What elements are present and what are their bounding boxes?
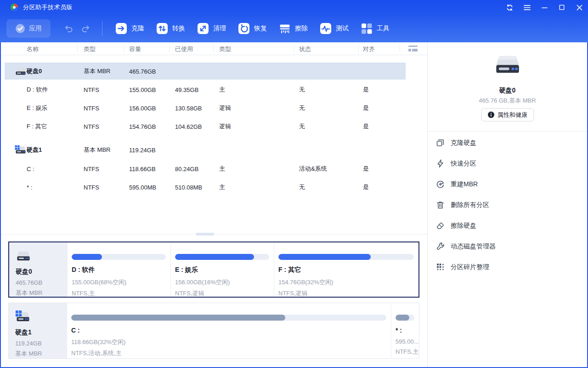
sidebar-item-wipe-disk[interactable]: 擦除硬盘: [428, 215, 587, 236]
disk-icon: [16, 250, 31, 262]
dynamic-disk-icon: [436, 242, 445, 251]
header-partition-type[interactable]: 类型: [219, 45, 231, 53]
delete-partitions-icon: [436, 201, 445, 209]
info-icon: [487, 111, 494, 118]
clone-icon: [115, 23, 127, 34]
table-row-c[interactable]: C : NTFS 118.66GB 80.24GB 主 活动&系统 是: [5, 161, 406, 177]
apply-button[interactable]: 应用: [6, 19, 51, 38]
sidebar-disk-desc: 465.76 GB,基本 MBR: [428, 97, 587, 105]
disk1-info-cell[interactable]: 硬盘1 119.24GB 基本 MBR: [9, 303, 67, 358]
clean-icon: [197, 23, 209, 34]
menu-icon[interactable]: [518, 0, 536, 15]
table-row-star[interactable]: * : NTFS 595.00MB 510.08MB 主 无 是: [5, 179, 406, 196]
sidebar-disk-name: 硬盘0: [428, 86, 587, 95]
erase-icon: [279, 23, 291, 34]
app-logo-icon: [10, 3, 18, 12]
usage-bar: [175, 254, 269, 260]
table-header: 名称 类型 容量 已使用 类型 状态 对齐: [1, 42, 427, 55]
usage-fill: [396, 315, 409, 321]
window-title: 分区助手技术员版: [23, 3, 73, 12]
toolbar-button-test[interactable]: 测试: [320, 23, 349, 34]
header-status[interactable]: 状态: [299, 45, 311, 53]
disk-size: 465.76GB: [16, 279, 67, 286]
sidebar-item-quick-partition[interactable]: 快速分区: [428, 153, 587, 174]
wipe-disk-icon: [436, 221, 445, 230]
sidebar-item-delete-all-partitions[interactable]: 删除所有分区: [428, 195, 587, 215]
header-fs-type[interactable]: 类型: [84, 45, 96, 53]
recover-icon: [238, 23, 250, 34]
convert-icon: [156, 23, 168, 34]
table-row-e[interactable]: E : 娱乐 NTFS 156.00GB 130.58GB 逻辑 无 是: [5, 100, 406, 116]
toolbar-button-recover[interactable]: 恢复: [238, 23, 267, 34]
usage-fill: [72, 254, 102, 260]
defrag-icon: [436, 263, 445, 271]
splitter-handle[interactable]: [196, 233, 214, 236]
usage-bar: [396, 315, 414, 321]
table-row-d[interactable]: D : 软件 NTFS 155.00GB 49.35GB 主 无 是: [5, 81, 406, 98]
partition-table: 名称 类型 容量 已使用 类型 状态 对齐 硬盘0 基本 MBR: [1, 42, 427, 367]
partition-block-star[interactable]: * : 595.00... NTFS,主: [391, 303, 419, 358]
usage-fill: [175, 254, 254, 260]
rebuild-mbr-icon: [436, 180, 445, 189]
disk-type: 基本 MBR: [15, 350, 67, 358]
partition-block-d[interactable]: D : 软件 155.00GB(68%空闲) NTFS,主: [67, 242, 170, 297]
partition-block-e[interactable]: E : 娱乐 156.00GB(16%空闲) NTFS,逻辑: [170, 242, 274, 297]
titlebar: 分区助手技术员版: [0, 0, 588, 15]
disk-dynamic-icon: [15, 145, 27, 155]
toolbar-button-erase[interactable]: 擦除: [279, 23, 308, 34]
sidebar-menu: 克隆硬盘 快速分区 重建MBR: [428, 132, 587, 277]
toolbar: 应用 克隆: [0, 15, 588, 42]
toolbar-button-convert[interactable]: 转换: [156, 23, 185, 34]
disk0-graph-row[interactable]: 硬盘0 465.76GB 基本 MBR D : 软件 155.00GB(68%空…: [8, 242, 419, 298]
check-icon: [15, 23, 25, 34]
disk1-graph-row[interactable]: 硬盘1 119.24GB 基本 MBR C : 118.66GB(32%空闲) …: [8, 303, 419, 359]
header-capacity[interactable]: 容量: [129, 45, 141, 53]
sidebar-item-clone-disk[interactable]: 克隆硬盘: [428, 132, 587, 153]
clone-disk-icon: [436, 138, 445, 147]
tools-icon: [361, 23, 373, 34]
close-icon[interactable]: [571, 0, 588, 15]
header: 分区助手技术员版: [0, 0, 588, 42]
toolbar-button-clone[interactable]: 克隆: [115, 23, 144, 34]
disk0-info-cell[interactable]: 硬盘0 465.76GB 基本 MBR: [9, 242, 67, 297]
test-icon: [320, 23, 332, 34]
usage-fill: [278, 254, 371, 260]
header-aligned[interactable]: 对齐: [363, 45, 375, 53]
app-window: 分区助手技术员版: [0, 0, 588, 368]
minimize-icon[interactable]: [536, 0, 553, 15]
redo-icon[interactable]: [81, 23, 91, 34]
partition-block-c[interactable]: C : 118.66GB(32%空闲) NTFS,活动,系统,主: [67, 303, 391, 358]
usage-fill: [71, 315, 285, 321]
usage-bar: [71, 315, 386, 321]
quick-partition-icon: [436, 159, 445, 168]
selected-disk-image: [493, 53, 522, 75]
partition-block-f[interactable]: F : 其它 154.76GB(32%空闲) NTFS,逻辑: [274, 242, 418, 297]
table-row-disk0[interactable]: 硬盘0 基本 MBR 465.76GB: [5, 63, 406, 80]
disk-name: 硬盘0: [16, 268, 67, 276]
usage-bar: [278, 254, 414, 260]
sidebar-item-rebuild-mbr[interactable]: 重建MBR: [428, 174, 587, 195]
apply-label: 应用: [29, 24, 42, 33]
usage-bar: [72, 254, 166, 260]
disk-icon: [15, 66, 27, 76]
disk-size: 119.24GB: [15, 340, 67, 347]
view-options-icon[interactable]: [408, 45, 418, 53]
properties-health-button[interactable]: 属性和健康: [481, 108, 534, 121]
toolbar-separator: [102, 21, 102, 36]
table-row-f[interactable]: F : 其它 NTFS 154.76GB 104.62GB 逻辑 无 是: [5, 118, 406, 135]
table-row-disk1[interactable]: 硬盘1 基本 MBR 119.24GB: [5, 142, 406, 158]
undo-icon[interactable]: [63, 23, 74, 34]
splitter-line: [1, 234, 427, 235]
right-sidebar: 硬盘0 465.76 GB,基本 MBR 属性和健康 克隆硬盘 快: [428, 42, 587, 367]
sidebar-item-partition-defrag[interactable]: 分区碎片整理: [428, 257, 587, 277]
maximize-icon[interactable]: [553, 0, 571, 15]
sidebar-divider: [428, 131, 587, 132]
sidebar-item-dynamic-disk-manager[interactable]: 动态磁盘管理器: [428, 236, 587, 257]
header-name[interactable]: 名称: [27, 45, 39, 53]
refresh-icon[interactable]: [501, 0, 518, 15]
toolbar-button-clean[interactable]: 清理: [197, 23, 226, 34]
disk-type: 基本 MBR: [16, 289, 67, 297]
disk-dynamic-icon: [15, 310, 31, 323]
toolbar-button-tools[interactable]: 工具: [361, 23, 390, 34]
header-used[interactable]: 已使用: [175, 45, 193, 53]
